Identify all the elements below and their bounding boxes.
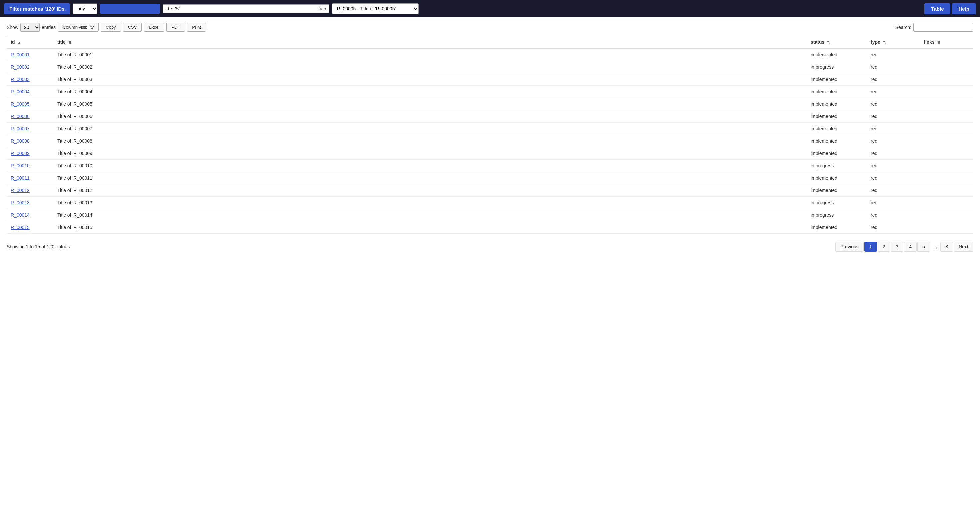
type-cell: req bbox=[867, 61, 920, 73]
table-row: R_00001Title of 'R_00001'implementedreq bbox=[7, 48, 973, 61]
type-cell: req bbox=[867, 160, 920, 172]
title-cell: Title of 'R_00005' bbox=[53, 98, 807, 110]
dropdown-arrow-icon: ▾ bbox=[325, 6, 326, 11]
footer-row: Showing 1 to 15 of 120 entries Previous … bbox=[7, 239, 973, 254]
links-cell bbox=[920, 61, 973, 73]
blue-filter-input[interactable] bbox=[100, 4, 160, 14]
id-link[interactable]: R_00003 bbox=[11, 77, 30, 82]
id-link[interactable]: R_00014 bbox=[11, 212, 30, 218]
help-button[interactable]: Help bbox=[952, 3, 976, 14]
status-cell: implemented bbox=[807, 48, 867, 61]
col-header-title[interactable]: title ⇅ bbox=[53, 36, 807, 49]
links-cell bbox=[920, 160, 973, 172]
table-header: id ▲ title ⇅ status ⇅ type ⇅ links ⇅ bbox=[7, 36, 973, 49]
excel-button[interactable]: Excel bbox=[144, 23, 164, 32]
toolbar-row: Show 10 20 25 50 100 entries Column visi… bbox=[7, 23, 973, 32]
filter-bar: Filter matches '120' IDs any all none ✕ … bbox=[0, 0, 980, 18]
previous-button[interactable]: Previous bbox=[835, 242, 863, 252]
column-visibility-button[interactable]: Column visibility bbox=[58, 23, 99, 32]
table-row: R_00013Title of 'R_00013'in progressreq bbox=[7, 197, 973, 209]
id-link[interactable]: R_00006 bbox=[11, 114, 30, 119]
title-cell: Title of 'R_00014' bbox=[53, 209, 807, 222]
id-link[interactable]: R_00009 bbox=[11, 151, 30, 156]
page-button-2[interactable]: 2 bbox=[878, 242, 890, 252]
title-cell: Title of 'R_00015' bbox=[53, 222, 807, 234]
id-link[interactable]: R_00013 bbox=[11, 200, 30, 206]
status-cell: implemented bbox=[807, 110, 867, 123]
type-cell: req bbox=[867, 209, 920, 222]
links-cell bbox=[920, 48, 973, 61]
id-link[interactable]: R_00011 bbox=[11, 176, 30, 181]
filter-right-buttons: Table Help bbox=[924, 3, 976, 14]
links-cell bbox=[920, 172, 973, 184]
title-cell: Title of 'R_00009' bbox=[53, 147, 807, 160]
search-label: Search: bbox=[895, 25, 912, 30]
print-button[interactable]: Print bbox=[187, 23, 206, 32]
sort-icon-id: ▲ bbox=[18, 40, 21, 45]
page-button-3[interactable]: 3 bbox=[891, 242, 903, 252]
col-header-links[interactable]: links ⇅ bbox=[920, 36, 973, 49]
title-cell: Title of 'R_00003' bbox=[53, 73, 807, 86]
id-link[interactable]: R_00010 bbox=[11, 163, 30, 168]
any-select[interactable]: any all none bbox=[73, 3, 97, 14]
page-button-1[interactable]: 1 bbox=[864, 242, 877, 252]
showing-text: Showing 1 to 15 of 120 entries bbox=[7, 244, 70, 249]
id-link[interactable]: R_00012 bbox=[11, 188, 30, 193]
id-link[interactable]: R_00008 bbox=[11, 139, 30, 144]
type-cell: req bbox=[867, 110, 920, 123]
links-cell bbox=[920, 147, 973, 160]
regex-input[interactable] bbox=[165, 6, 318, 11]
sort-icon-links: ⇅ bbox=[937, 40, 940, 45]
id-link[interactable]: R_00005 bbox=[11, 101, 30, 107]
status-cell: in progress bbox=[807, 209, 867, 222]
page-button-8[interactable]: 8 bbox=[940, 242, 953, 252]
table-row: R_00012Title of 'R_00012'implementedreq bbox=[7, 184, 973, 197]
type-cell: req bbox=[867, 98, 920, 110]
col-header-id[interactable]: id ▲ bbox=[7, 36, 53, 49]
id-filter-select[interactable]: R_00005 - Title of 'R_00005' bbox=[332, 3, 418, 14]
entries-label: entries bbox=[42, 25, 56, 30]
data-table: id ▲ title ⇅ status ⇅ type ⇅ links ⇅ R_0… bbox=[7, 36, 973, 234]
col-header-type[interactable]: type ⇅ bbox=[867, 36, 920, 49]
clear-regex-button[interactable]: ✕ bbox=[318, 6, 325, 11]
id-link[interactable]: R_00001 bbox=[11, 52, 30, 57]
entries-select[interactable]: 10 20 25 50 100 bbox=[20, 23, 40, 32]
search-input[interactable] bbox=[913, 23, 973, 32]
copy-button[interactable]: Copy bbox=[101, 23, 121, 32]
status-cell: in progress bbox=[807, 61, 867, 73]
id-link[interactable]: R_00015 bbox=[11, 225, 30, 230]
type-cell: req bbox=[867, 147, 920, 160]
table-body: R_00001Title of 'R_00001'implementedreqR… bbox=[7, 48, 973, 234]
title-cell: Title of 'R_00011' bbox=[53, 172, 807, 184]
table-button[interactable]: Table bbox=[924, 3, 950, 14]
pagination-ellipsis: ... bbox=[931, 242, 940, 252]
title-cell: Title of 'R_00001' bbox=[53, 48, 807, 61]
id-link[interactable]: R_00002 bbox=[11, 64, 30, 70]
table-row: R_00015Title of 'R_00015'implementedreq bbox=[7, 222, 973, 234]
type-cell: req bbox=[867, 172, 920, 184]
links-cell bbox=[920, 209, 973, 222]
pdf-button[interactable]: PDF bbox=[166, 23, 185, 32]
page-button-4[interactable]: 4 bbox=[904, 242, 917, 252]
page-button-5[interactable]: 5 bbox=[917, 242, 930, 252]
id-link[interactable]: R_00007 bbox=[11, 126, 30, 131]
status-cell: implemented bbox=[807, 184, 867, 197]
title-cell: Title of 'R_00010' bbox=[53, 160, 807, 172]
id-link[interactable]: R_00004 bbox=[11, 89, 30, 94]
table-row: R_00006Title of 'R_00006'implementedreq bbox=[7, 110, 973, 123]
regex-container: ✕ ▾ bbox=[163, 4, 329, 13]
filter-label: Filter matches '120' IDs bbox=[4, 3, 70, 14]
col-header-status[interactable]: status ⇅ bbox=[807, 36, 867, 49]
status-cell: implemented bbox=[807, 123, 867, 135]
type-cell: req bbox=[867, 184, 920, 197]
links-cell bbox=[920, 123, 973, 135]
table-row: R_00004Title of 'R_00004'implementedreq bbox=[7, 86, 973, 98]
table-row: R_00014Title of 'R_00014'in progressreq bbox=[7, 209, 973, 222]
csv-button[interactable]: CSV bbox=[123, 23, 142, 32]
status-cell: implemented bbox=[807, 86, 867, 98]
links-cell bbox=[920, 184, 973, 197]
links-cell bbox=[920, 110, 973, 123]
next-button[interactable]: Next bbox=[954, 242, 973, 252]
type-cell: req bbox=[867, 73, 920, 86]
links-cell bbox=[920, 135, 973, 147]
